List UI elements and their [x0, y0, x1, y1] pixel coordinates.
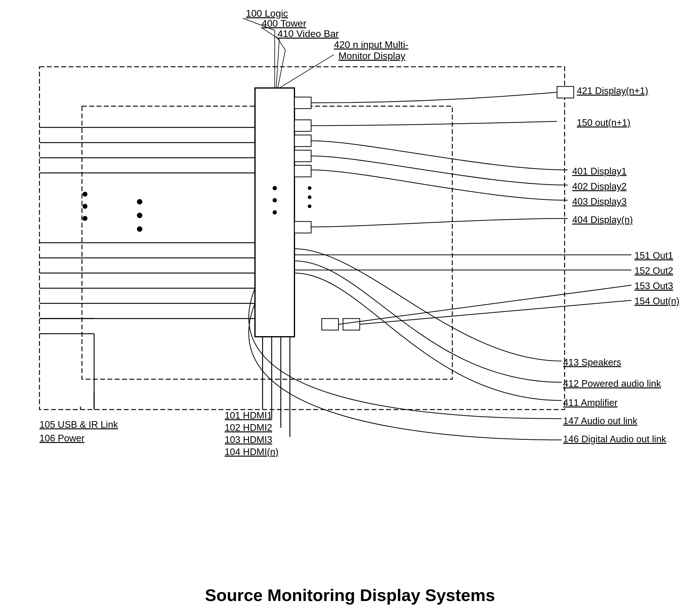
label-out1: 151 Out1 — [635, 250, 673, 261]
svg-rect-12 — [294, 135, 311, 147]
label-display-n: 404 Display(n) — [572, 214, 633, 225]
svg-rect-11 — [294, 120, 311, 131]
svg-rect-18 — [294, 222, 311, 233]
label-videobar: 410 Video Bar — [277, 28, 339, 39]
label-out2: 152 Out2 — [635, 266, 673, 276]
label-power: 106 Power — [40, 433, 84, 444]
svg-point-16 — [308, 195, 311, 199]
label-display2: 402 Display2 — [572, 181, 627, 192]
dot1 — [137, 199, 142, 205]
label-hdmi3: 103 HDMI3 — [224, 434, 272, 445]
label-multimonitor1: 420 n input Multi- — [334, 39, 408, 50]
svg-line-5 — [276, 40, 279, 88]
label-powered-audio: 412 Powered audio link — [563, 378, 661, 389]
svg-rect-0 — [40, 67, 565, 409]
svg-point-15 — [308, 186, 311, 190]
svg-point-17 — [308, 205, 311, 208]
label-tower: 400 Tower — [262, 18, 306, 29]
svg-rect-20 — [322, 318, 338, 330]
svg-rect-19 — [557, 87, 574, 98]
label-multimonitor2: Monitor Display — [338, 50, 406, 61]
svg-rect-13 — [294, 150, 311, 162]
label-speakers: 413 Speakers — [563, 357, 621, 368]
svg-line-9 — [279, 55, 334, 88]
svg-point-28 — [83, 216, 87, 221]
svg-line-38 — [360, 300, 631, 324]
diagram-container: 100 Logic 400 Tower 410 Video Bar 420 n … — [0, 0, 700, 546]
svg-rect-10 — [294, 97, 311, 109]
svg-point-27 — [83, 204, 87, 209]
svg-line-7 — [278, 50, 285, 88]
label-hdmi-n: 104 HDMI(n) — [224, 447, 278, 457]
label-hdmi2: 102 HDMI2 — [224, 422, 272, 433]
label-out-n1: 150 out(n+1) — [577, 117, 630, 128]
label-out-n: 154 Out(n) — [635, 296, 679, 307]
svg-line-6 — [261, 27, 279, 40]
svg-rect-21 — [343, 318, 360, 330]
label-display3: 403 Display3 — [572, 196, 627, 207]
svg-point-49 — [273, 198, 277, 202]
label-out3: 153 Out3 — [635, 281, 673, 291]
label-display-n1: 421 Display(n+1) — [577, 86, 648, 96]
label-logic: 100 Logic — [246, 8, 288, 19]
label-audio-out: 147 Audio out link — [563, 416, 638, 426]
svg-point-48 — [273, 186, 277, 190]
page-title: Source Monitoring Display Systems — [205, 585, 495, 605]
dot3 — [137, 226, 142, 232]
label-hdmi1: 101 HDMI1 — [224, 410, 272, 421]
label-digital-audio: 146 Digital Audio out link — [563, 434, 666, 445]
label-display1: 401 Display1 — [572, 166, 627, 177]
svg-point-26 — [83, 192, 87, 197]
svg-rect-14 — [294, 165, 311, 177]
label-usb-ir: 105 USB & IR Link — [40, 419, 118, 430]
label-amplifier: 411 Amplifier — [563, 398, 617, 408]
dot2 — [137, 213, 142, 218]
title-area: Source Monitoring Display Systems — [0, 585, 700, 605]
svg-line-37 — [338, 285, 631, 324]
svg-point-50 — [273, 210, 277, 214]
